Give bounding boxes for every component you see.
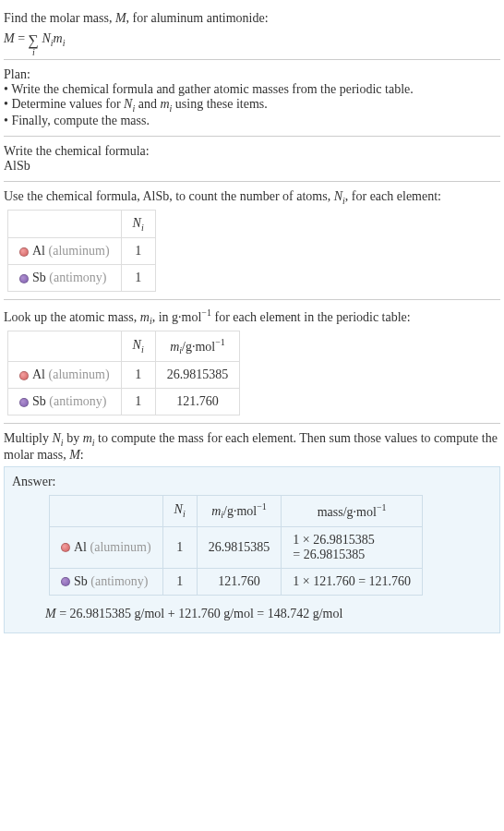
plan-header: Plan: xyxy=(4,67,500,82)
element-cell-al: Al (aluminum) xyxy=(8,362,122,389)
n-header: Ni xyxy=(121,210,155,238)
count-atoms-section: Use the chemical formula, AlSb, to count… xyxy=(4,182,500,301)
empty-header xyxy=(8,210,122,238)
molar-mass-formula: M = ∑i Nimi xyxy=(4,28,500,52)
intro-post: , for aluminum antimonide: xyxy=(126,11,269,25)
element-cell-al: Al (aluminum) xyxy=(8,238,122,265)
formula-lhs: M xyxy=(4,31,15,45)
m-cell: 121.760 xyxy=(155,389,240,416)
plan-item-3: • Finally, compute the mass. xyxy=(4,114,500,128)
table-row: Al (aluminum) 1 26.9815385 1 × 26.981538… xyxy=(50,526,423,568)
empty-header xyxy=(50,496,163,526)
chemical-formula-section: Write the chemical formula: AlSb xyxy=(4,137,500,182)
n-cell: 1 xyxy=(121,362,155,389)
chem-header: Write the chemical formula: xyxy=(4,144,500,159)
lookup-table: Ni mi/g·mol−1 Al (aluminum) 1 26.9815385… xyxy=(7,331,240,416)
n-header: Ni xyxy=(121,331,155,361)
table-row: Sb (antimony) 1 121.760 1 × 121.760 = 12… xyxy=(50,568,423,595)
mass-cell: 1 × 26.9815385= 26.9815385 xyxy=(282,526,423,568)
intro-section: Find the molar mass, M, for aluminum ant… xyxy=(4,4,500,60)
table-row: Al (aluminum) 1 xyxy=(8,238,156,265)
final-result: M = 26.9815385 g/mol + 121.760 g/mol = 1… xyxy=(45,607,492,621)
n-cell: 1 xyxy=(121,238,155,265)
intro-pre: Find the molar mass, xyxy=(4,11,115,25)
table-header-row: Ni xyxy=(8,210,156,238)
table-row: Al (aluminum) 1 26.9815385 xyxy=(8,362,240,389)
formula-n: N xyxy=(42,31,50,45)
element-cell-sb: Sb (antimony) xyxy=(50,568,163,595)
answer-section: Multiply Ni by mi to compute the mass fo… xyxy=(4,424,500,640)
intro-var-m: M xyxy=(115,11,126,25)
m-header: mi/g·mol−1 xyxy=(197,496,282,526)
mass-header: mass/g·mol−1 xyxy=(282,496,423,526)
table-header-row: Ni mi/g·mol−1 xyxy=(8,331,240,361)
m-cell: 121.760 xyxy=(197,568,282,595)
n-header: Ni xyxy=(162,496,197,526)
element-dot-al xyxy=(61,543,70,552)
answer-label: Answer: xyxy=(12,475,492,489)
count-table: Ni Al (aluminum) 1 Sb (antimony) 1 xyxy=(7,210,156,293)
sigma-symbol: ∑i xyxy=(29,33,39,57)
table-row: Sb (antimony) 1 xyxy=(8,265,156,292)
count-text: Use the chemical formula, AlSb, to count… xyxy=(4,189,500,206)
m-cell: 26.9815385 xyxy=(197,526,282,568)
element-dot-sb xyxy=(19,274,29,283)
element-cell-sb: Sb (antimony) xyxy=(8,265,122,292)
n-cell: 1 xyxy=(162,526,197,568)
element-dot-sb xyxy=(19,398,29,407)
element-dot-al xyxy=(19,371,29,380)
m-cell: 26.9815385 xyxy=(155,362,240,389)
n-cell: 1 xyxy=(162,568,197,595)
mass-cell: 1 × 121.760 = 121.760 xyxy=(282,568,423,595)
plan-item-2: • Determine values for Ni and mi using t… xyxy=(4,97,500,114)
n-cell: 1 xyxy=(121,265,155,292)
table-row: Sb (antimony) 1 121.760 xyxy=(8,389,240,416)
table-header-row: Ni mi/g·mol−1 mass/g·mol−1 xyxy=(50,496,423,526)
answer-inner: Ni mi/g·mol−1 mass/g·mol−1 Al (aluminum)… xyxy=(12,495,492,620)
element-cell-al: Al (aluminum) xyxy=(50,526,163,568)
answer-box: Answer: Ni mi/g·mol−1 mass/g·mol−1 Al (a… xyxy=(4,466,500,632)
chem-formula: AlSb xyxy=(4,159,500,174)
element-dot-sb xyxy=(61,577,70,586)
empty-header xyxy=(8,331,122,361)
multiply-text: Multiply Ni by mi to compute the mass fo… xyxy=(4,431,500,463)
m-header: mi/g·mol−1 xyxy=(155,331,240,361)
formula-m: m xyxy=(54,31,63,45)
plan-item-1: • Write the chemical formula and gather … xyxy=(4,82,500,97)
n-cell: 1 xyxy=(121,389,155,416)
element-cell-sb: Sb (antimony) xyxy=(8,389,122,416)
formula-m-sub: i xyxy=(63,38,66,48)
formula-eq: = xyxy=(15,31,29,45)
lookup-text: Look up the atomic mass, mi, in g·mol−1 … xyxy=(4,307,500,326)
intro-text: Find the molar mass, M, for aluminum ant… xyxy=(4,11,500,26)
lookup-section: Look up the atomic mass, mi, in g·mol−1 … xyxy=(4,300,500,424)
plan-section: Plan: • Write the chemical formula and g… xyxy=(4,60,500,137)
element-dot-al xyxy=(19,247,29,257)
answer-table: Ni mi/g·mol−1 mass/g·mol−1 Al (aluminum)… xyxy=(49,495,423,595)
